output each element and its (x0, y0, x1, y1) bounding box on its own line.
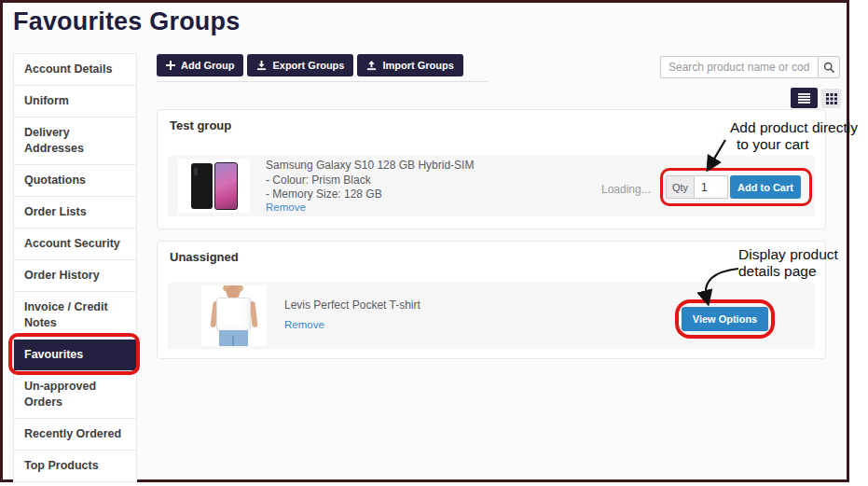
add-group-button[interactable]: Add Group (157, 54, 243, 76)
upload-icon (366, 61, 377, 71)
sidebar-item-order-history[interactable]: Order History (14, 259, 136, 291)
product-title: Samsung Galaxy S10 128 GB Hybrid-SIM (266, 159, 474, 172)
sidebar-item-quotations[interactable]: Quotations (14, 164, 136, 196)
annotation-text-cart-line2: to your cart (737, 136, 809, 153)
add-group-label: Add Group (181, 60, 234, 71)
annotation-text-details-line2: details page (738, 263, 817, 280)
toolbar: Add Group Export Groups Import Groups (157, 54, 463, 76)
add-to-cart-button[interactable]: Add to Cart (730, 175, 801, 199)
sidebar-item-order-lists[interactable]: Order Lists (14, 196, 136, 228)
annotation-text-details-line1: Display product (738, 246, 838, 263)
sidebar-item-delivery-addresses[interactable]: Delivery Addresses (14, 117, 136, 164)
remove-link[interactable]: Remove (284, 319, 324, 330)
product-attr-memory: - Memory Size: 128 GB (266, 187, 382, 201)
search-group (660, 56, 840, 78)
page-title: Favourites Groups (13, 7, 240, 36)
download-icon (256, 61, 267, 71)
sidebar: Account Details Uniform Delivery Address… (13, 53, 137, 482)
group-name: Unassigned (170, 250, 239, 264)
sidebar-item-un-approved-orders[interactable]: Un-approved Orders (14, 370, 136, 418)
group-name: Test group (170, 118, 231, 132)
remove-link[interactable]: Remove (266, 201, 306, 213)
loading-text: Loading... (601, 183, 651, 196)
list-icon (798, 93, 810, 104)
plus-icon (166, 61, 175, 70)
export-groups-button[interactable]: Export Groups (247, 54, 353, 76)
sidebar-item-recently-ordered[interactable]: Recently Ordered (14, 418, 136, 450)
sidebar-item-account-security[interactable]: Account Security (14, 228, 136, 259)
annotation-text-cart-line1: Add product directly (730, 119, 858, 136)
search-input[interactable] (660, 56, 818, 78)
product-image-tshirt (201, 285, 267, 346)
list-view-toggle[interactable] (791, 88, 818, 108)
grid-icon (826, 93, 837, 104)
qty-label: Qty (666, 175, 695, 199)
sidebar-item-top-products[interactable]: Top Products (14, 450, 136, 481)
product-title: Levis Perfect Pocket T-shirt (284, 299, 420, 312)
sidebar-item-favourites[interactable]: Favourites (14, 339, 136, 370)
sidebar-item-uniform[interactable]: Uniform (14, 85, 136, 117)
qty-input[interactable] (694, 175, 728, 199)
import-groups-button[interactable]: Import Groups (357, 54, 462, 76)
export-groups-label: Export Groups (272, 60, 344, 71)
sidebar-item-account-details[interactable]: Account Details (14, 54, 136, 85)
magnifier-icon (823, 62, 835, 74)
toolbar-divider (157, 81, 488, 82)
product-attr-colour: - Colour: Prism Black (266, 174, 371, 187)
product-image-phone (178, 160, 250, 213)
sidebar-item-invoice-credit-notes[interactable]: Invoice / Credit Notes (14, 291, 136, 339)
search-button[interactable] (818, 56, 840, 78)
grid-view-toggle[interactable] (821, 89, 841, 108)
view-options-button[interactable]: View Options (682, 307, 768, 331)
import-groups-label: Import Groups (382, 60, 453, 71)
